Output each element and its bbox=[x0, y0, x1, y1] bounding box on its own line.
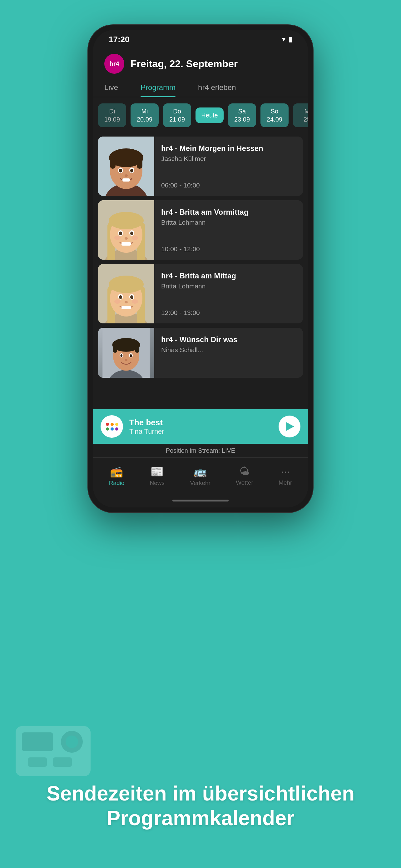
home-bar bbox=[172, 500, 229, 501]
svg-point-8 bbox=[119, 169, 122, 173]
program-time-3: 12:00 - 13:00 bbox=[161, 309, 296, 316]
nav-item-wetter[interactable]: 🌤 Wetter bbox=[230, 463, 260, 489]
svg-rect-56 bbox=[53, 757, 72, 767]
day-btn-m[interactable]: M 25 bbox=[293, 103, 308, 127]
now-playing-title: The best bbox=[129, 418, 272, 428]
play-icon bbox=[286, 422, 294, 431]
svg-point-54 bbox=[66, 736, 78, 748]
avatar-britta-2 bbox=[98, 264, 154, 323]
program-item-2[interactable]: hr4 - Britta am Vormittag Britta Lohmann… bbox=[98, 200, 303, 260]
nav-item-verkehr[interactable]: 🚌 Verkehr bbox=[183, 463, 216, 489]
svg-point-9 bbox=[130, 169, 133, 173]
phone-mockup: 17:20 ▾ ▮ hr4 Freitag, 22. September Liv… bbox=[88, 25, 313, 513]
nav-label-news: News bbox=[150, 479, 165, 487]
svg-rect-44 bbox=[113, 345, 117, 353]
day-btn-heute[interactable]: Heute bbox=[196, 107, 224, 123]
program-thumb-2 bbox=[98, 200, 154, 260]
nav-label-radio: Radio bbox=[109, 479, 125, 487]
program-thumb-1 bbox=[98, 136, 154, 196]
header-date: Freitag, 22. September bbox=[131, 58, 238, 70]
program-title-1: hr4 - Mein Morgen in Hessen bbox=[161, 144, 296, 153]
svg-rect-45 bbox=[135, 345, 139, 353]
program-title-4: hr4 - Wünsch Dir was bbox=[161, 335, 296, 344]
svg-point-23 bbox=[125, 237, 128, 240]
bottom-navigation: 📻 Radio 📰 News 🚌 Verkehr 🌤 Wetter bbox=[93, 458, 308, 494]
tab-erleben[interactable]: hr4 erleben bbox=[187, 78, 247, 97]
stream-position-bar: Position im Stream: LIVE bbox=[93, 444, 308, 458]
program-time-1: 06:00 - 10:00 bbox=[161, 182, 296, 189]
svg-point-34 bbox=[119, 295, 122, 299]
day-btn-do[interactable]: Do 21.09 bbox=[163, 103, 191, 127]
avatar-jascha bbox=[98, 136, 154, 196]
now-playing-artist: Tina Turner bbox=[129, 428, 272, 436]
mehr-icon: ··· bbox=[281, 465, 290, 477]
program-time-2: 10:00 - 12:00 bbox=[161, 245, 296, 253]
program-thumb-3 bbox=[98, 264, 154, 323]
program-item-1[interactable]: hr4 - Mein Morgen in Hessen Jascha Küllm… bbox=[98, 136, 303, 196]
nav-item-mehr[interactable]: ··· Mehr bbox=[272, 463, 298, 489]
svg-point-31 bbox=[109, 276, 144, 293]
program-host-1: Jascha Küllmer bbox=[161, 155, 296, 162]
nav-item-news[interactable]: 📰 News bbox=[144, 463, 171, 489]
svg-rect-10 bbox=[123, 178, 130, 182]
svg-point-24 bbox=[114, 236, 121, 240]
svg-rect-5 bbox=[137, 158, 142, 169]
battery-icon: ▮ bbox=[289, 35, 292, 43]
deco-radio-icon bbox=[9, 701, 97, 790]
bottom-headline: Sendezeiten im übersichtlichen Programmk… bbox=[0, 781, 401, 831]
svg-point-38 bbox=[114, 299, 121, 304]
now-playing-bar[interactable]: The best Tina Turner bbox=[93, 409, 308, 444]
svg-rect-55 bbox=[28, 757, 47, 767]
play-button[interactable] bbox=[278, 415, 300, 437]
avatar-wunsch bbox=[98, 328, 154, 378]
program-item-4[interactable]: hr4 - Wünsch Dir was Ninas Schall... bbox=[98, 328, 303, 378]
svg-point-37 bbox=[125, 301, 128, 303]
program-list: hr4 - Mein Morgen in Hessen Jascha Küllm… bbox=[93, 133, 308, 409]
status-bar: 17:20 ▾ ▮ bbox=[93, 30, 308, 49]
headline-text: Sendezeiten im übersichtlichen Programmk… bbox=[31, 781, 370, 831]
day-btn-sa[interactable]: Sa 23.09 bbox=[228, 103, 256, 127]
program-title-2: hr4 - Britta am Vormittag bbox=[161, 207, 296, 217]
program-host-4: Ninas Schall... bbox=[161, 346, 296, 354]
program-item-3[interactable]: hr4 - Britta am Mittag Britta Lohmann 12… bbox=[98, 264, 303, 323]
nav-label-wetter: Wetter bbox=[236, 479, 253, 486]
status-time: 17:20 bbox=[109, 35, 130, 44]
program-info-4: hr4 - Wünsch Dir was Ninas Schall... bbox=[154, 328, 303, 378]
program-host-3: Britta Lohmann bbox=[161, 282, 296, 290]
status-icons: ▾ ▮ bbox=[282, 35, 292, 43]
avatar-britta-1 bbox=[98, 200, 154, 260]
nav-label-verkehr: Verkehr bbox=[190, 479, 210, 487]
day-btn-mi[interactable]: Mi 20.09 bbox=[131, 103, 159, 127]
svg-point-25 bbox=[132, 236, 138, 240]
svg-rect-4 bbox=[110, 158, 115, 169]
nav-item-radio[interactable]: 📻 Radio bbox=[103, 463, 131, 489]
app-header: hr4 Freitag, 22. September bbox=[93, 49, 308, 78]
program-info-2: hr4 - Britta am Vormittag Britta Lohmann… bbox=[154, 200, 303, 260]
phone-shell: 17:20 ▾ ▮ hr4 Freitag, 22. September Liv… bbox=[88, 25, 313, 513]
phone-screen: 17:20 ▾ ▮ hr4 Freitag, 22. September Liv… bbox=[93, 30, 308, 507]
program-info-3: hr4 - Britta am Mittag Britta Lohmann 12… bbox=[154, 264, 303, 323]
svg-point-48 bbox=[120, 354, 123, 357]
music-dots-icon bbox=[106, 423, 118, 431]
svg-rect-52 bbox=[22, 733, 53, 751]
svg-point-50 bbox=[125, 359, 127, 361]
tab-live[interactable]: Live bbox=[93, 78, 129, 97]
svg-point-20 bbox=[119, 231, 122, 235]
program-title-3: hr4 - Britta am Mittag bbox=[161, 271, 296, 281]
svg-point-21 bbox=[130, 231, 133, 235]
nav-label-mehr: Mehr bbox=[278, 479, 292, 486]
svg-point-49 bbox=[130, 354, 132, 357]
album-art bbox=[101, 415, 123, 438]
stream-position-label: Position im Stream: LIVE bbox=[166, 447, 235, 454]
wifi-icon: ▾ bbox=[282, 35, 286, 43]
program-thumb-4 bbox=[98, 328, 154, 378]
svg-point-17 bbox=[109, 212, 144, 229]
svg-point-11 bbox=[125, 174, 128, 177]
tab-programm[interactable]: Programm bbox=[129, 78, 187, 97]
day-btn-di[interactable]: Di 19.09 bbox=[98, 103, 126, 127]
hr4-logo: hr4 bbox=[104, 54, 124, 74]
news-icon: 📰 bbox=[151, 465, 164, 478]
day-btn-so[interactable]: So 24.09 bbox=[261, 103, 289, 127]
program-info-1: hr4 - Mein Morgen in Hessen Jascha Küllm… bbox=[154, 136, 303, 196]
now-playing-info: The best Tina Turner bbox=[129, 418, 272, 436]
